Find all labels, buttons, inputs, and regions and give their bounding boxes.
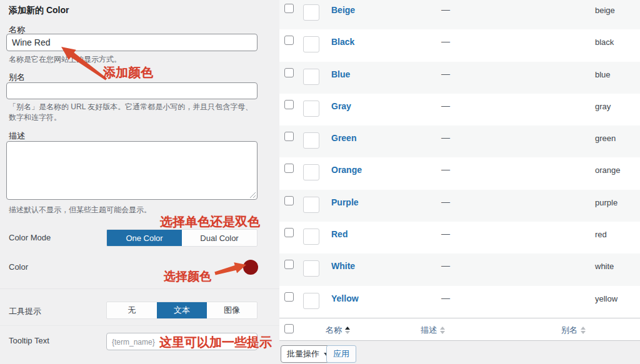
term-description: — (441, 69, 450, 79)
term-description: — (441, 293, 450, 303)
apply-button[interactable]: 应用 (326, 345, 356, 363)
divider (0, 325, 279, 326)
description-label: 描述 (9, 130, 25, 142)
annotation-choose-mode: 选择单色还是双色 (160, 214, 260, 230)
color-mode-dual-color[interactable]: Dual Color (182, 230, 257, 246)
term-description: — (441, 229, 450, 239)
term-name-link[interactable]: White (331, 261, 355, 271)
term-description: — (441, 132, 450, 142)
color-thumbnail (303, 69, 319, 85)
term-name-link[interactable]: Yellow (331, 293, 359, 303)
term-slug: red (595, 230, 607, 239)
table-footer-row: 名称 描述 别名 (279, 318, 640, 341)
term-name-link[interactable]: Gray (331, 101, 351, 111)
slug-label: 别名 (9, 72, 25, 83)
term-name-link[interactable]: Blue (331, 69, 350, 79)
column-header-name[interactable]: 名称 (326, 325, 350, 336)
row-checkbox[interactable] (284, 164, 294, 173)
term-description: — (441, 197, 450, 207)
term-slug: purple (595, 198, 618, 207)
term-slug: beige (595, 6, 615, 15)
tooltip-toggle: 无 文本 图像 (106, 302, 258, 319)
name-help: 名称是它在您网站上的显示方式。 (9, 54, 265, 65)
color-thumbnail (303, 101, 319, 117)
term-row: Yellow — yellow (279, 286, 640, 318)
color-thumbnail (303, 164, 319, 180)
row-checkbox[interactable] (284, 292, 294, 302)
row-checkbox[interactable] (284, 36, 294, 45)
term-description: — (441, 164, 450, 174)
term-row: Green — green (279, 125, 640, 157)
column-header-slug[interactable]: 别名 (561, 325, 586, 336)
term-row: Blue — blue (279, 62, 640, 94)
color-thumbnail (303, 260, 319, 277)
term-row: Gray — gray (279, 94, 640, 125)
term-rows: Beige — beige Black — black Blue — blue … (279, 0, 640, 318)
term-row: White — white (279, 253, 640, 285)
term-name-link[interactable]: Beige (331, 5, 355, 15)
tooltip-text-label: Tooltip Text (9, 336, 49, 345)
row-checkbox[interactable] (284, 228, 294, 237)
term-slug: blue (595, 70, 611, 79)
term-description: — (441, 101, 450, 111)
column-header-description[interactable]: 描述 (421, 325, 445, 336)
row-checkbox[interactable] (284, 4, 294, 13)
term-slug: green (595, 134, 616, 143)
color-thumbnail (303, 293, 319, 309)
sort-indicator-icon (581, 327, 586, 334)
term-name-link[interactable]: Orange (331, 165, 362, 175)
row-checkbox[interactable] (284, 68, 294, 77)
sort-indicator-icon (440, 327, 445, 334)
row-checkbox[interactable] (284, 196, 294, 205)
color-terms-table: Beige — beige Black — black Blue — blue … (279, 0, 640, 364)
term-description: — (441, 260, 450, 270)
color-thumbnail (303, 4, 319, 21)
tooltip-text-option[interactable]: 文本 (157, 302, 207, 318)
color-label: Color (9, 262, 28, 272)
row-checkbox[interactable] (284, 100, 294, 109)
annotation-tooltip-hint: 这里可以加一些提示 (159, 334, 272, 351)
color-thumbnail (303, 197, 319, 213)
term-name-link[interactable]: Purple (331, 197, 359, 207)
screen: 添加新的 Color 名称 名称是它在您网站上的显示方式。 添加颜色 别名 「别… (0, 0, 640, 364)
tooltip-image-option[interactable]: 图像 (207, 302, 257, 318)
color-mode-label: Color Mode (9, 233, 51, 242)
term-name-link[interactable]: Red (331, 229, 348, 239)
term-row: Orange — orange (279, 157, 640, 189)
term-slug: black (595, 37, 614, 47)
color-thumbnail (303, 36, 319, 52)
term-description: — (441, 4, 450, 14)
term-slug: yellow (595, 294, 618, 303)
term-description: — (441, 36, 450, 46)
term-row: Black — black (279, 29, 640, 61)
term-slug: white (595, 262, 614, 271)
page-title: 添加新的 Color (9, 5, 69, 16)
row-checkbox[interactable] (284, 260, 294, 269)
term-row: Purple — purple (279, 190, 640, 222)
color-swatch[interactable] (243, 260, 258, 275)
tooltip-none[interactable]: 无 (107, 302, 157, 318)
row-checkbox[interactable] (284, 132, 294, 141)
color-mode-toggle: One Color Dual Color (106, 229, 258, 247)
term-slug: gray (595, 102, 611, 111)
term-name-link[interactable]: Green (331, 133, 356, 143)
term-slug: orange (595, 165, 620, 175)
annotation-choose-color: 选择颜色 (164, 268, 211, 285)
name-input[interactable] (6, 34, 258, 51)
term-row: Red — red (279, 222, 640, 253)
color-mode-one-color[interactable]: One Color (107, 230, 182, 246)
term-name-link[interactable]: Black (331, 37, 354, 47)
slug-input[interactable] (6, 82, 258, 99)
add-color-form: 添加新的 Color 名称 名称是它在您网站上的显示方式。 添加颜色 别名 「别… (0, 0, 279, 364)
slug-help: 「别名」是名称的 URL 友好版本。它通常都是小写的，并且只包含字母、数字和连字… (9, 102, 260, 123)
select-all-checkbox[interactable] (284, 324, 294, 333)
term-row: Beige — beige (279, 0, 640, 29)
annotation-add-color: 添加颜色 (103, 64, 153, 81)
color-thumbnail (303, 132, 319, 149)
sort-indicator-icon (345, 327, 350, 334)
color-thumbnail (303, 229, 319, 245)
description-textarea[interactable] (6, 141, 258, 200)
divider (0, 288, 279, 289)
tooltip-label: 工具提示 (9, 306, 41, 317)
